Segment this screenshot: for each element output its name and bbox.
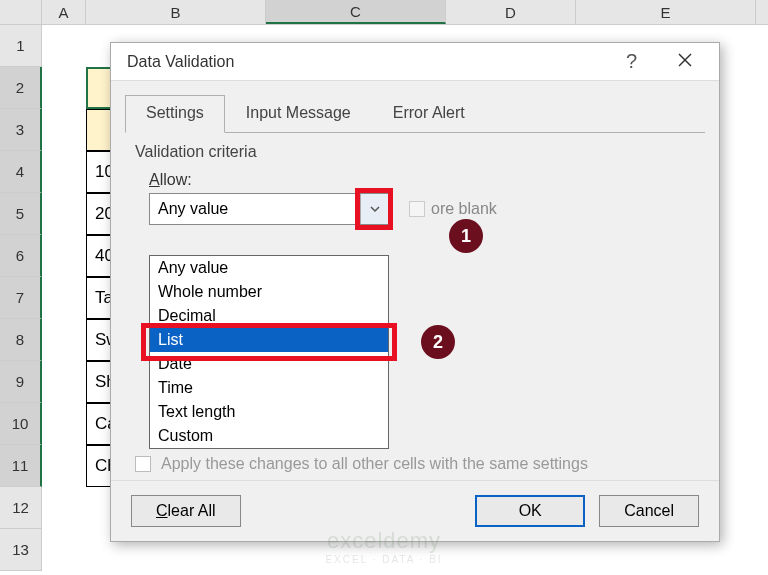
option-text-length[interactable]: Text length (150, 400, 388, 424)
row-headers: 1 2 3 4 5 6 7 8 9 10 11 12 13 (0, 25, 42, 571)
row-header-4[interactable]: 4 (0, 151, 42, 193)
option-any-value[interactable]: Any value (150, 256, 388, 280)
close-icon (677, 52, 693, 68)
row-header-7[interactable]: 7 (0, 277, 42, 319)
col-header-E[interactable]: E (576, 0, 756, 24)
row-header-11[interactable]: 11 (0, 445, 42, 487)
settings-panel: Validation criteria Allow: Any value ore… (111, 133, 719, 235)
option-time[interactable]: Time (150, 376, 388, 400)
option-custom[interactable]: Custom (150, 424, 388, 448)
tab-error-alert[interactable]: Error Alert (372, 95, 486, 133)
dialog-titlebar[interactable]: Data Validation ? (111, 43, 719, 81)
option-list[interactable]: List (150, 328, 388, 352)
col-header-D[interactable]: D (446, 0, 576, 24)
col-header-B[interactable]: B (86, 0, 266, 24)
dialog-title-text: Data Validation (127, 53, 626, 71)
ok-button[interactable]: OK (475, 495, 585, 527)
row-header-9[interactable]: 9 (0, 361, 42, 403)
option-date[interactable]: Date (150, 352, 388, 376)
column-headers: A B C D E (0, 0, 768, 25)
ignore-blank-checkbox: ore blank (409, 200, 497, 218)
dialog-tabs: Settings Input Message Error Alert (125, 95, 719, 133)
row-header-3[interactable]: 3 (0, 109, 42, 151)
chevron-down-icon (369, 203, 381, 215)
row-header-6[interactable]: 6 (0, 235, 42, 277)
dialog-button-row: Clear All OK Cancel (111, 480, 719, 527)
allow-dropdown[interactable]: Any value (149, 193, 389, 225)
allow-dropdown-list: Any value Whole number Decimal List Date… (149, 255, 389, 449)
annotation-badge-1: 1 (449, 219, 483, 253)
cancel-button[interactable]: Cancel (599, 495, 699, 527)
dropdown-arrow-button[interactable] (360, 194, 388, 224)
apply-changes-checkbox: Apply these changes to all other cells w… (135, 455, 588, 473)
row-header-1[interactable]: 1 (0, 25, 42, 67)
select-all-corner[interactable] (0, 0, 42, 24)
col-header-C[interactable]: C (266, 0, 446, 24)
option-whole-number[interactable]: Whole number (150, 280, 388, 304)
data-validation-dialog: Data Validation ? Settings Input Message… (110, 42, 720, 542)
close-button[interactable] (667, 46, 703, 77)
clear-all-button[interactable]: Clear All (131, 495, 241, 527)
col-header-A[interactable]: A (42, 0, 86, 24)
tab-settings[interactable]: Settings (125, 95, 225, 133)
row-header-10[interactable]: 10 (0, 403, 42, 445)
row-header-13[interactable]: 13 (0, 529, 42, 571)
allow-label: Allow: (149, 171, 695, 189)
checkbox-icon (409, 201, 425, 217)
annotation-badge-2: 2 (421, 325, 455, 359)
checkbox-icon (135, 456, 151, 472)
criteria-label: Validation criteria (135, 143, 695, 161)
row-header-2[interactable]: 2 (0, 67, 42, 109)
row-header-12[interactable]: 12 (0, 487, 42, 529)
row-header-8[interactable]: 8 (0, 319, 42, 361)
row-header-5[interactable]: 5 (0, 193, 42, 235)
allow-value: Any value (158, 200, 228, 218)
option-decimal[interactable]: Decimal (150, 304, 388, 328)
tab-input-message[interactable]: Input Message (225, 95, 372, 133)
help-button[interactable]: ? (626, 50, 637, 73)
